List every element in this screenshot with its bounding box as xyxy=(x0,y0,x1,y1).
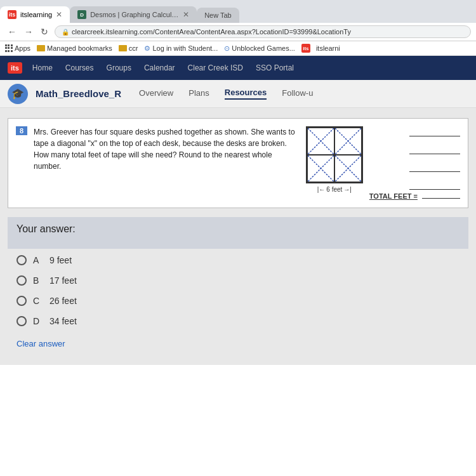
clear-answer-link[interactable]: Clear answer xyxy=(17,339,65,348)
tab-newtab-label: New Tab xyxy=(204,11,232,19)
bookmark-unblocked[interactable]: ⊙ Unblocked Games... xyxy=(224,44,295,53)
nav-groups[interactable]: Groups xyxy=(107,63,131,72)
browser-chrome: its itslearning ✕ D Desmos | Graphing Ca… xyxy=(0,0,476,56)
nav-clearcreek[interactable]: Clear Creek ISD xyxy=(188,63,243,72)
address-input[interactable]: 🔒 clearcreek.itslearning.com/ContentArea… xyxy=(55,25,471,38)
tab-desmos-close[interactable]: ✕ xyxy=(183,10,189,19)
lock-icon: 🔒 xyxy=(62,29,69,36)
option-letter-A: A xyxy=(33,255,43,265)
tab-desmos-label: Desmos | Graphing Calculator xyxy=(90,11,179,18)
folder-icon-ccr xyxy=(119,45,127,51)
option-value-A: 9 feet xyxy=(50,255,72,265)
bookmark-login[interactable]: ⚙ Log in with Student... xyxy=(144,44,218,53)
answer-line-3 xyxy=(409,162,460,172)
option-row-D: D 34 feet xyxy=(17,316,459,326)
radio-D[interactable] xyxy=(17,316,27,326)
nav-home[interactable]: Home xyxy=(32,63,53,72)
tab-newtab[interactable]: New Tab xyxy=(197,8,239,23)
answer-line-4 xyxy=(409,180,460,190)
desk-cell-br xyxy=(334,155,362,182)
itslearn2-favicon: its xyxy=(301,44,310,53)
question-text: Mrs. Greever has four square desks pushe… xyxy=(34,126,300,172)
nav-buttons: ← → ↻ xyxy=(5,25,51,38)
desk-cell-bl xyxy=(307,155,334,182)
tab-followup[interactable]: Follow-u xyxy=(282,88,313,99)
folder-icon-managed xyxy=(37,45,45,51)
option-value-C: 26 feet xyxy=(50,296,77,306)
tab-itslearning-label: itslearning xyxy=(20,11,52,18)
options-section: A 9 feet B 17 feet C 26 feet D 34 feet C… xyxy=(8,249,468,355)
answer-line-1 xyxy=(409,126,460,136)
total-feet-label: TOTAL FEET = xyxy=(369,192,460,200)
option-value-D: 34 feet xyxy=(50,316,77,326)
reload-button[interactable]: ↻ xyxy=(38,25,51,38)
unblocked-label: Unblocked Games... xyxy=(232,44,295,52)
back-button[interactable]: ← xyxy=(5,25,19,38)
tab-bar: its itslearning ✕ D Desmos | Graphing Ca… xyxy=(0,0,476,23)
unblocked-icon: ⊙ xyxy=(224,44,230,53)
desk-cell-tr xyxy=(334,128,362,155)
question-card: 8 Mrs. Greever has four square desks pus… xyxy=(8,118,468,208)
desk-grid xyxy=(306,126,363,183)
desk-cell-tl xyxy=(307,128,334,155)
radio-C[interactable] xyxy=(17,296,27,306)
tab-itslearning[interactable]: its itslearning ✕ xyxy=(0,6,70,23)
bookmarks-bar: Apps Managed bookmarks ccr ⚙ Log in with… xyxy=(0,41,476,56)
ccr-label: ccr xyxy=(129,44,138,52)
its-nav-items: Home Courses Groups Calendar Clear Creek… xyxy=(32,63,294,72)
its-logo: its xyxy=(8,62,22,74)
tab-overview[interactable]: Overview xyxy=(139,88,173,99)
login-icon: ⚙ xyxy=(144,44,150,53)
svg-line-1 xyxy=(308,128,334,154)
nav-sso[interactable]: SSO Portal xyxy=(256,63,294,72)
desk-diagram: |← 6 feet →| xyxy=(306,126,363,193)
option-row-A: A 9 feet xyxy=(17,255,459,265)
radio-B[interactable] xyxy=(17,275,27,286)
tab-plans[interactable]: Plans xyxy=(188,88,209,99)
tab-desmos[interactable]: D Desmos | Graphing Calculator ✕ xyxy=(70,6,197,23)
main-content: 8 Mrs. Greever has four square desks pus… xyxy=(0,108,476,365)
apps-label: Apps xyxy=(15,44,30,52)
option-letter-C: C xyxy=(33,296,43,306)
option-row-B: B 17 feet xyxy=(17,275,459,286)
managed-label: Managed bookmarks xyxy=(47,44,112,52)
course-tabs: Overview Plans Resources Follow-u xyxy=(139,88,313,100)
arrow-left: |← xyxy=(317,186,326,193)
desk-size-label: |← 6 feet →| xyxy=(317,186,352,193)
bookmark-apps[interactable]: Apps xyxy=(5,44,30,52)
tab-itslearning-close[interactable]: ✕ xyxy=(56,10,62,19)
desmos-favicon: D xyxy=(77,10,86,19)
bookmark-itslearn2[interactable]: its itslearni xyxy=(301,44,340,53)
bookmark-managed[interactable]: Managed bookmarks xyxy=(37,44,112,52)
question-number: 8 xyxy=(16,126,27,135)
option-letter-B: B xyxy=(33,275,43,286)
forward-button[interactable]: → xyxy=(22,25,36,38)
url-text: clearcreek.itslearning.com/ContentArea/C… xyxy=(72,28,351,36)
tab-resources[interactable]: Resources xyxy=(225,88,267,100)
itslearn2-label: itslearni xyxy=(316,44,340,52)
course-logo: 🎓 xyxy=(8,84,28,104)
answer-line-2 xyxy=(409,144,460,154)
option-value-B: 17 feet xyxy=(50,275,77,286)
svg-line-3 xyxy=(335,128,361,154)
radio-A[interactable] xyxy=(17,255,27,265)
course-title: Math_Breedlove_R xyxy=(36,88,121,99)
address-bar: ← → ↻ 🔒 clearcreek.itslearning.com/Conte… xyxy=(0,23,476,41)
your-answer-section: Your answer: xyxy=(8,217,468,249)
svg-line-5 xyxy=(308,155,334,182)
your-answer-label: Your answer: xyxy=(17,223,459,235)
nav-courses[interactable]: Courses xyxy=(65,63,94,72)
nav-calendar[interactable]: Calendar xyxy=(144,63,175,72)
arrow-right: →| xyxy=(343,186,352,193)
question-right-area: TOTAL FEET = xyxy=(369,126,460,200)
itslearning-favicon: its xyxy=(8,10,17,19)
svg-line-7 xyxy=(335,155,361,182)
bookmark-ccr[interactable]: ccr xyxy=(119,44,138,52)
answer-lines xyxy=(409,126,460,190)
course-header: 🎓 Math_Breedlove_R Overview Plans Resour… xyxy=(0,80,476,108)
option-letter-D: D xyxy=(33,316,43,326)
login-label: Log in with Student... xyxy=(152,44,218,52)
total-line xyxy=(422,198,460,199)
apps-icon xyxy=(5,44,13,52)
its-nav: its Home Courses Groups Calendar Clear C… xyxy=(0,56,476,80)
